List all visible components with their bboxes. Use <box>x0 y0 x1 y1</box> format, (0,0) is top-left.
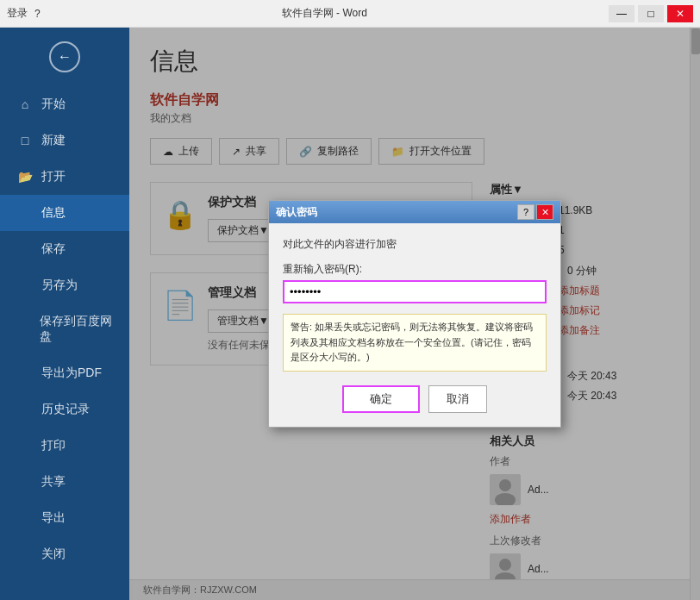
sidebar-item-label: 保存到百度网盘 <box>40 314 112 345</box>
sidebar-item-save[interactable]: 保存 <box>0 231 129 267</box>
back-button-area[interactable]: ← <box>0 28 129 86</box>
open-icon: 📂 <box>17 170 33 184</box>
sidebar-item-info[interactable]: 信息 <box>0 195 129 231</box>
app-body: ← ⌂ 开始 □ 新建 📂 打开 信息 保存 <box>0 28 700 600</box>
sidebar-item-label: 打印 <box>41 438 66 453</box>
app-title: 软件自学网 - Word <box>41 6 609 21</box>
start-icon: ⌂ <box>17 97 33 111</box>
sidebar-item-label: 打开 <box>41 169 66 184</box>
sidebar-item-label: 关闭 <box>41 547 66 562</box>
sidebar-item-label: 共享 <box>41 474 66 490</box>
sidebar-item-start[interactable]: ⌂ 开始 <box>0 86 129 122</box>
sidebar-item-label: 信息 <box>41 205 66 221</box>
titlebar-left: 登录 ? <box>7 6 41 21</box>
sidebar-item-share[interactable]: 共享 <box>0 464 129 500</box>
sidebar-item-new[interactable]: □ 新建 <box>0 122 129 159</box>
maximize-button[interactable]: □ <box>638 5 664 22</box>
sidebar-item-export[interactable]: 导出 <box>0 500 129 536</box>
sidebar-item-label: 另存为 <box>41 278 78 293</box>
sidebar-item-label: 导出为PDF <box>41 366 102 381</box>
dialog-ok-button[interactable]: 确定 <box>342 385 420 413</box>
dialog-buttons: 确定 取消 <box>283 385 547 413</box>
sidebar-nav: ⌂ 开始 □ 新建 📂 打开 信息 保存 另存为 <box>0 86 129 572</box>
dialog-warning-text: 警告: 如果丢失或忘记密码，则无法将其恢复。建议将密码列表及其相应文档名称放在一… <box>283 314 547 372</box>
back-button[interactable]: ← <box>49 41 80 72</box>
sidebar-item-label: 保存 <box>41 241 66 257</box>
sidebar-item-saveas[interactable]: 另存为 <box>0 267 129 303</box>
password-field-label: 重新输入密码(R): <box>283 262 547 277</box>
login-link[interactable]: 登录 <box>7 6 28 21</box>
dialog-controls: ? ✕ <box>517 204 553 220</box>
close-button[interactable]: ✕ <box>667 5 693 22</box>
dialog-cancel-button[interactable]: 取消 <box>428 385 487 413</box>
titlebar: 登录 ? 软件自学网 - Word — □ ✕ <box>0 0 700 28</box>
sidebar-item-label: 新建 <box>41 133 66 148</box>
window-controls: — □ ✕ <box>609 5 693 22</box>
sidebar: ← ⌂ 开始 □ 新建 📂 打开 信息 保存 <box>0 28 129 600</box>
sidebar-item-label: 导出 <box>41 510 66 526</box>
new-icon: □ <box>17 134 33 147</box>
minimize-button[interactable]: — <box>609 5 634 22</box>
sidebar-item-history[interactable]: 历史记录 <box>0 391 129 428</box>
dialog-titlebar: 确认密码 ? ✕ <box>269 201 560 223</box>
dialog-title: 确认密码 <box>276 205 317 220</box>
help-btn[interactable]: ? <box>34 8 41 20</box>
sidebar-item-close[interactable]: 关闭 <box>0 536 129 572</box>
main-content-area: 信息 软件自学网 我的文档 ☁ 上传 ↗ 共享 🔗 复制路径 📁 打开 <box>129 28 700 600</box>
confirm-password-dialog: 确认密码 ? ✕ 对此文件的内容进行加密 重新输入密码(R): 警告: 如果丢失… <box>268 200 561 428</box>
sidebar-item-savebaidu[interactable]: 保存到百度网盘 <box>0 303 129 355</box>
sidebar-item-label: 开始 <box>41 97 66 112</box>
dialog-body: 对此文件的内容进行加密 重新输入密码(R): 警告: 如果丢失或忘记密码，则无法… <box>269 223 560 427</box>
confirm-password-input[interactable] <box>283 280 547 303</box>
dialog-help-button[interactable]: ? <box>517 204 534 220</box>
back-icon: ← <box>58 49 72 65</box>
sidebar-item-print[interactable]: 打印 <box>0 428 129 464</box>
sidebar-item-open[interactable]: 📂 打开 <box>0 159 129 195</box>
dialog-overlay: 确认密码 ? ✕ 对此文件的内容进行加密 重新输入密码(R): 警告: 如果丢失… <box>129 28 700 600</box>
dialog-close-button[interactable]: ✕ <box>536 204 553 220</box>
sidebar-item-exportpdf[interactable]: 导出为PDF <box>0 355 129 391</box>
dialog-subtitle: 对此文件的内容进行加密 <box>283 237 547 252</box>
sidebar-item-label: 历史记录 <box>41 402 90 417</box>
